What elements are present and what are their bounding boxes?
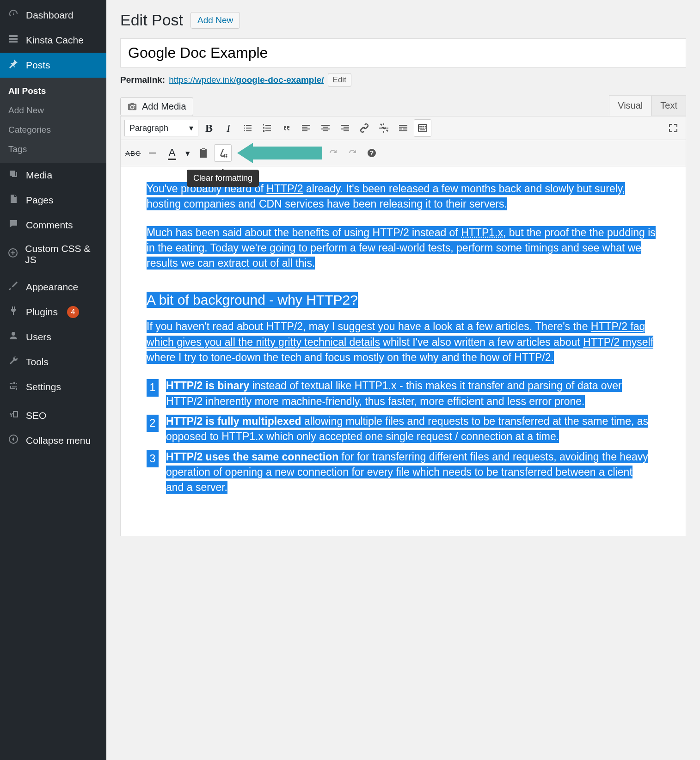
sidebar-item-custom-css-js[interactable]: Custom CSS & JS	[0, 238, 106, 271]
bold-button[interactable]: B	[200, 119, 218, 137]
sidebar-item-collapse-menu[interactable]: Collapse menu	[0, 428, 106, 453]
text-color-button[interactable]: A	[163, 144, 181, 162]
user-icon	[7, 330, 19, 344]
numbered-list-button[interactable]	[258, 119, 276, 137]
strikethrough-button[interactable]: ABC	[124, 144, 142, 162]
page-icon	[7, 193, 19, 207]
svg-text:?: ?	[370, 149, 374, 157]
editor-toolbar-row2: ABC A ▾ Clear formatting ?	[120, 140, 686, 166]
post-title-input[interactable]	[120, 38, 686, 67]
permalink-slug[interactable]: google-doc-example/	[236, 75, 324, 85]
editor-toolbar-row1: Paragraph ▾ B I	[120, 116, 686, 140]
heading-background: A bit of background - why HTTP2?	[147, 292, 358, 308]
tab-text[interactable]: Text	[651, 95, 686, 116]
sidebar-item-kinsta-cache[interactable]: Kinsta Cache	[0, 28, 106, 53]
align-left-button[interactable]	[297, 119, 315, 137]
link-button[interactable]	[356, 119, 373, 137]
svg-point-4	[12, 332, 15, 336]
sidebar-item-media[interactable]: Media	[0, 163, 106, 188]
plugin-icon	[7, 305, 19, 319]
horizontal-rule-button[interactable]	[144, 144, 161, 162]
permalink-base[interactable]: https://wpdev.ink/	[169, 75, 236, 85]
sidebar-item-pages[interactable]: Pages	[0, 188, 106, 213]
link-http2-myself[interactable]: HTTP/2 myself	[583, 336, 653, 348]
italic-button[interactable]: I	[220, 119, 237, 137]
submenu-item-all-posts[interactable]: All Posts	[0, 81, 106, 101]
permalink-label: Permalink:	[120, 75, 165, 85]
clear-formatting-tooltip: Clear formatting	[187, 170, 259, 187]
add-new-button[interactable]: Add New	[190, 12, 240, 29]
blockquote-button[interactable]	[278, 119, 295, 137]
ordered-list: HTTP/2 is binary instead of textual like…	[147, 378, 651, 495]
pin-icon	[7, 58, 19, 72]
list-item: HTTP/2 uses the same connection for for …	[147, 449, 651, 496]
sidebar-item-settings[interactable]: Settings	[0, 374, 106, 399]
toolbar-toggle-button[interactable]	[414, 119, 431, 137]
add-media-button[interactable]: Add Media	[120, 97, 193, 116]
svg-rect-9	[149, 153, 156, 153]
sidebar-item-dashboard[interactable]: Dashboard	[0, 3, 106, 28]
permalink-edit-button[interactable]: Edit	[328, 73, 351, 87]
submenu-item-add-new[interactable]: Add New	[0, 101, 106, 120]
format-select[interactable]: Paragraph ▾	[124, 120, 198, 136]
submenu-item-categories[interactable]: Categories	[0, 120, 106, 140]
sidebar-item-appearance[interactable]: Appearance	[0, 275, 106, 300]
text-color-dropdown[interactable]: ▾	[183, 144, 193, 162]
sidebar-item-plugins[interactable]: Plugins4	[0, 300, 106, 325]
sidebar-item-posts[interactable]: Posts	[0, 53, 106, 78]
clear-formatting-button[interactable]: Clear formatting	[214, 144, 232, 162]
dashboard-icon	[7, 8, 19, 22]
list-item: HTTP/2 is binary instead of textual like…	[147, 378, 651, 409]
help-button[interactable]: ?	[363, 144, 381, 162]
sidebar-item-comments[interactable]: Comments	[0, 213, 106, 238]
bullet-list-button[interactable]	[239, 119, 257, 137]
comment-icon	[7, 218, 19, 232]
sidebar-item-users[interactable]: Users	[0, 325, 106, 349]
kinsta-icon	[7, 33, 19, 47]
brush-icon	[7, 280, 19, 294]
undo-button[interactable]	[324, 144, 342, 162]
submenu-item-tags[interactable]: Tags	[0, 140, 106, 159]
media-icon	[7, 168, 19, 182]
plus-icon	[7, 247, 18, 261]
seo-icon: Y	[7, 409, 19, 423]
chevron-down-icon: ▾	[189, 123, 193, 133]
annotation-arrow	[237, 143, 322, 163]
tab-visual[interactable]: Visual	[609, 95, 651, 116]
unlink-button[interactable]	[375, 119, 393, 137]
link-http1x[interactable]: HTTP1.x	[461, 227, 503, 239]
svg-rect-6	[13, 411, 18, 417]
svg-rect-2	[9, 41, 18, 43]
redo-button[interactable]	[344, 144, 361, 162]
list-item: HTTP/2 is fully multiplexed allowing mul…	[147, 414, 651, 445]
fullscreen-button[interactable]	[664, 119, 682, 137]
camera-icon	[127, 102, 137, 112]
align-right-button[interactable]	[336, 119, 354, 137]
svg-text:Y: Y	[9, 411, 13, 418]
main-content: Edit Post Add New Permalink: https://wpd…	[106, 0, 700, 760]
align-center-button[interactable]	[317, 119, 334, 137]
svg-rect-0	[9, 35, 18, 37]
editor-content[interactable]: You've probably heard of HTTP/2 already.…	[120, 166, 686, 536]
sidebar-item-seo[interactable]: YSEO	[0, 403, 106, 428]
permalink-row: Permalink: https://wpdev.ink/google-doc-…	[120, 73, 686, 87]
page-title: Edit Post	[120, 11, 183, 29]
editor-tabs: Visual Text	[609, 95, 686, 116]
collapse-icon	[7, 434, 19, 447]
wrench-icon	[7, 355, 19, 369]
admin-sidebar: DashboardKinsta CachePostsAll PostsAdd N…	[0, 0, 106, 760]
update-badge: 4	[67, 306, 79, 318]
paste-text-button[interactable]	[195, 144, 212, 162]
svg-rect-1	[9, 38, 18, 40]
sidebar-item-tools[interactable]: Tools	[0, 349, 106, 374]
sliders-icon	[7, 380, 19, 394]
insert-more-button[interactable]	[394, 119, 412, 137]
link-http2[interactable]: HTTP/2	[266, 183, 303, 195]
